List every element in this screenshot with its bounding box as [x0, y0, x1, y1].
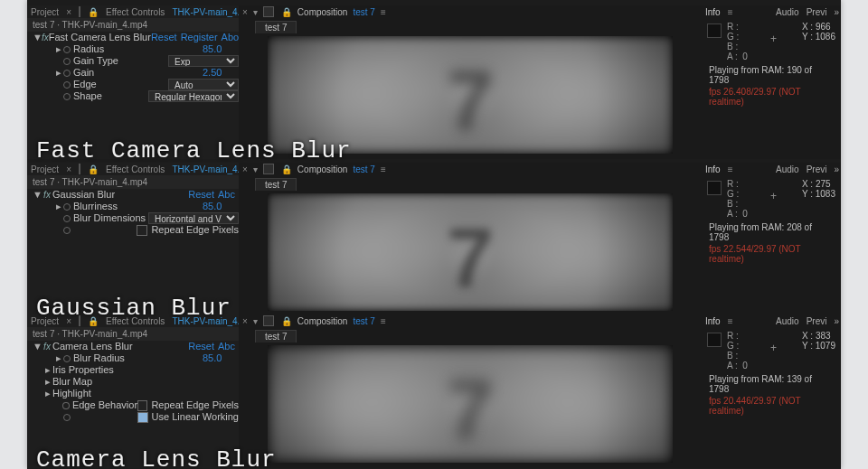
param-blur-map[interactable]: ▸ Blur Map [33, 376, 239, 388]
close-icon[interactable]: × [242, 164, 248, 174]
twirl-icon[interactable]: ▼ [33, 32, 42, 43]
tab-project[interactable]: Project [31, 7, 59, 17]
stopwatch-icon[interactable] [63, 215, 71, 222]
twirl-icon[interactable]: ▸ [54, 67, 63, 79]
stopwatch-icon[interactable] [63, 227, 71, 234]
param-value[interactable]: 2.50 [201, 67, 239, 79]
close-icon[interactable]: × [242, 316, 248, 326]
checkbox[interactable] [137, 400, 147, 411]
panel-menu-icon[interactable]: ▾ [253, 316, 258, 326]
checkbox[interactable] [137, 225, 147, 236]
lock-icon[interactable]: 🔒 [88, 164, 99, 174]
viewer[interactable]: 7 [268, 36, 673, 154]
tab-comp-name[interactable]: test 7 [353, 316, 374, 326]
tab-audio[interactable]: Audio [776, 316, 799, 326]
reset-link[interactable]: Reset [188, 341, 218, 352]
viewer[interactable]: 7 [268, 345, 673, 463]
param-edge[interactable]: Edge Auto [33, 79, 239, 90]
checkbox[interactable] [137, 412, 148, 423]
stopwatch-icon[interactable] [63, 203, 71, 211]
tab-menu-icon[interactable]: ≡ [381, 164, 386, 174]
tab-info[interactable]: Info [705, 164, 721, 174]
close-icon[interactable]: × [242, 7, 248, 17]
viewer-tab[interactable]: test 7 [255, 178, 297, 191]
param-iris-properties[interactable]: ▸ Iris Properties [33, 364, 239, 376]
tab-menu-icon[interactable]: ≡ [381, 7, 386, 17]
twirl-icon[interactable]: ▸ [54, 43, 63, 55]
tab-project-close[interactable]: × [66, 7, 71, 17]
lock-icon[interactable]: 🔒 [281, 316, 292, 326]
param-value[interactable]: 85.0 [201, 352, 239, 364]
lock-icon[interactable]: 🔒 [88, 316, 99, 326]
param-highlight[interactable]: ▸ Highlight [33, 388, 239, 399]
twirl-icon[interactable]: ▼ [33, 341, 42, 352]
tab-menu-icon[interactable]: ≡ [381, 316, 386, 326]
twirl-icon[interactable]: ▸ [43, 364, 52, 376]
effect-name[interactable]: Fast Camera Lens Blur [49, 32, 151, 43]
param-value[interactable]: 85.0 [201, 43, 239, 55]
lock-icon[interactable]: 🔒 [88, 7, 99, 17]
fx-icon[interactable]: fx [42, 189, 52, 201]
twirl-icon[interactable]: ▸ [43, 376, 52, 388]
about-link[interactable]: Abc [218, 189, 239, 201]
stopwatch-icon[interactable] [63, 414, 71, 421]
viewer-tab[interactable]: test 7 [255, 330, 297, 342]
twirl-icon[interactable]: ▸ [54, 201, 63, 212]
overflow-icon[interactable]: » [834, 164, 837, 174]
param-edge-behavior[interactable]: Edge Behavior Repeat Edge Pixels [33, 399, 239, 411]
effect-header[interactable]: ▼ fx Fast Camera Lens Blur Reset Registe… [33, 32, 239, 43]
tab-preview[interactable]: Previ [807, 164, 827, 174]
param-dropdown[interactable]: Exp [168, 55, 239, 67]
reset-link[interactable]: Reset [188, 189, 218, 201]
param-shape[interactable]: Shape Regular Hexagon [33, 90, 239, 102]
twirl-icon[interactable]: ▸ [43, 388, 52, 399]
tab-effect-controls[interactable]: Effect Controls [106, 316, 165, 326]
tab-preview[interactable]: Previ [807, 7, 827, 17]
tab-clip-name[interactable]: THK-PV-main_4. [172, 7, 240, 17]
overflow-icon[interactable]: » [834, 7, 837, 17]
panel-menu-icon[interactable]: ≡ [728, 7, 733, 17]
overflow-icon[interactable]: » [834, 316, 837, 326]
tab-preview[interactable]: Previ [807, 316, 827, 326]
tab-project[interactable]: Project [31, 164, 59, 174]
tab-composition[interactable]: Composition [297, 164, 348, 174]
tab-project-close[interactable]: × [66, 316, 71, 326]
tab-composition[interactable]: Composition [297, 7, 348, 17]
fx-icon[interactable]: fx [42, 341, 52, 352]
tab-project-close[interactable]: × [66, 164, 71, 174]
effect-header[interactable]: ▼ fx Gaussian Blur Reset Abc [33, 189, 239, 201]
reset-link[interactable]: Reset [151, 32, 181, 43]
tab-comp-name[interactable]: test 7 [353, 164, 374, 174]
panel-menu-icon[interactable]: ≡ [728, 316, 733, 326]
param-repeat-edge[interactable]: Repeat Edge Pixels [33, 224, 239, 236]
param-gain-type[interactable]: Gain Type Exp [33, 55, 239, 67]
fx-icon[interactable]: fx [42, 32, 49, 43]
panel-menu-icon[interactable]: ≡ [728, 164, 733, 174]
tab-info[interactable]: Info [705, 316, 721, 326]
tab-comp-name[interactable]: test 7 [353, 7, 374, 17]
tab-effect-controls[interactable]: Effect Controls [106, 7, 165, 17]
twirl-icon[interactable]: ▸ [54, 352, 63, 364]
tab-effect-controls[interactable]: Effect Controls [106, 164, 165, 174]
param-radius[interactable]: ▸ Radius 85.0 [33, 43, 239, 55]
panel-menu-icon[interactable]: ▾ [253, 164, 258, 174]
effect-name[interactable]: Camera Lens Blur [52, 341, 133, 352]
tab-project[interactable]: Project [31, 316, 59, 326]
lock-icon[interactable]: 🔒 [281, 7, 292, 17]
param-blurriness[interactable]: ▸ Blurriness 85.0 [33, 201, 239, 212]
about-link[interactable]: Abc [218, 341, 239, 352]
param-dropdown[interactable]: Horizontal and Verti [148, 212, 239, 224]
effect-header[interactable]: ▼ fx Camera Lens Blur Reset Abc [33, 341, 239, 352]
viewer-tab[interactable]: test 7 [255, 21, 297, 33]
param-value[interactable]: 85.0 [201, 201, 239, 212]
register-link[interactable]: Register [181, 32, 222, 43]
stopwatch-icon[interactable] [63, 46, 71, 53]
param-dropdown[interactable]: Auto [168, 79, 239, 90]
stopwatch-icon[interactable] [63, 81, 71, 89]
twirl-icon[interactable]: ▼ [33, 189, 42, 201]
param-blur-radius[interactable]: ▸ Blur Radius 85.0 [33, 352, 239, 364]
tab-info[interactable]: Info [705, 7, 721, 17]
param-blur-dimensions[interactable]: Blur Dimensions Horizontal and Verti [33, 212, 239, 224]
tab-audio[interactable]: Audio [776, 164, 799, 174]
lock-icon[interactable]: 🔒 [281, 164, 292, 174]
